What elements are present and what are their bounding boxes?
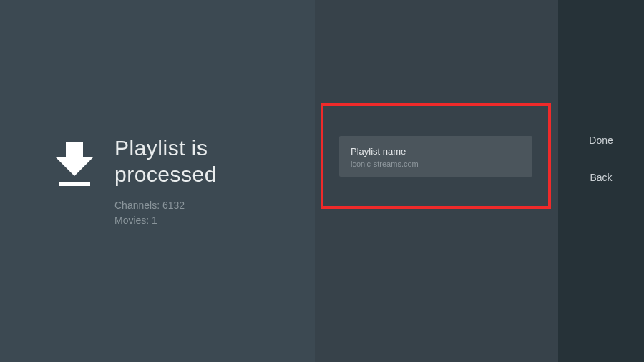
stats: Channels: 6132 Movies: 1 [114,198,217,228]
playlist-name-field[interactable]: Playlist name iconic-streams.com [339,136,532,177]
playlist-name-label: Playlist name [351,146,521,157]
left-text: Playlist is processed Channels: 6132 Mov… [114,134,217,228]
middle-panel: Playlist name iconic-streams.com [315,0,558,362]
back-button[interactable]: Back [558,172,644,183]
highlight-annotation: Playlist name iconic-streams.com [321,103,551,209]
done-button[interactable]: Done [558,134,644,146]
playlist-name-value: iconic-streams.com [351,160,521,168]
svg-rect-0 [59,182,90,186]
page-title: Playlist is processed [114,134,217,188]
left-panel: Playlist is processed Channels: 6132 Mov… [0,0,315,362]
movies-count: Movies: 1 [114,213,217,228]
channels-count: Channels: 6132 [114,198,217,213]
right-panel: Done Back [558,0,644,362]
left-content: Playlist is processed Channels: 6132 Mov… [56,134,217,228]
download-icon [56,134,93,189]
